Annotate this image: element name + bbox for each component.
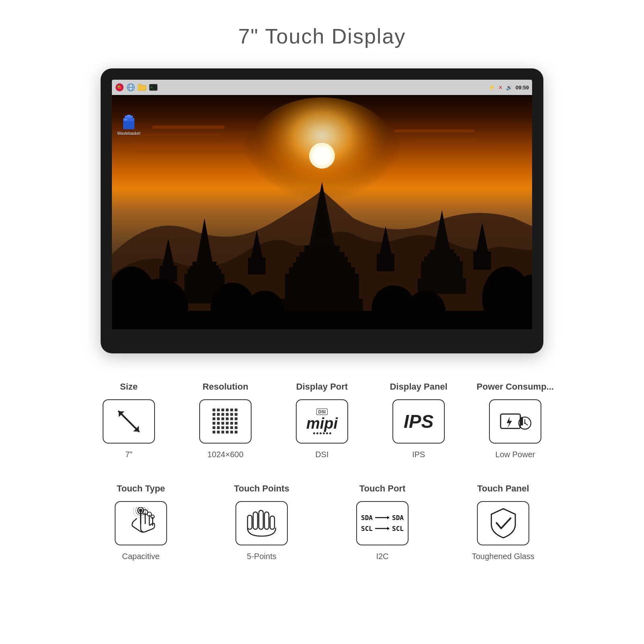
spec-resolution: Resolution // will render as SVG rects	[185, 382, 266, 459]
svg-marker-124	[387, 527, 390, 530]
svg-marker-122	[387, 516, 390, 519]
mipi-label: mipi	[306, 416, 338, 431]
raspberry-icon: 🍓	[115, 83, 124, 92]
spec-touch-port-title: Touch Port	[359, 483, 405, 494]
svg-rect-83	[235, 417, 237, 420]
sda-left-label: SDA	[361, 514, 373, 522]
page-title: 7" Touch Display	[238, 24, 406, 48]
svg-rect-117	[253, 512, 258, 529]
spec-touch-port-icon-box: SDA SDA SCL SCL	[356, 501, 409, 545]
svg-rect-91	[217, 426, 220, 429]
svg-rect-119	[264, 512, 269, 529]
svg-rect-99	[226, 431, 229, 433]
sda-right-label: SDA	[392, 514, 404, 522]
svg-rect-71	[235, 409, 237, 411]
svg-rect-101	[235, 431, 237, 433]
spec-touch-points-value: 5-Points	[247, 552, 276, 561]
svg-rect-14	[414, 140, 478, 142]
wastebasket-label: Wastebasket	[117, 131, 140, 136]
display-container: 🍓	[101, 68, 543, 353]
svg-rect-72	[213, 413, 215, 416]
svg-rect-120	[270, 516, 275, 529]
spec-touch-points-title: Touch Points	[234, 483, 289, 494]
spec-display-port-value: DSI	[315, 450, 328, 459]
svg-rect-25	[311, 242, 333, 246]
svg-marker-104	[507, 417, 512, 428]
svg-rect-116	[248, 515, 252, 529]
svg-text:🍓: 🍓	[117, 85, 122, 90]
svg-rect-66	[213, 409, 215, 411]
clock-display: 09:59	[516, 85, 529, 91]
svg-rect-87	[226, 422, 229, 425]
svg-rect-67	[217, 409, 220, 411]
svg-rect-77	[235, 413, 237, 416]
wastebasket-image	[121, 114, 137, 130]
svg-rect-100	[230, 431, 233, 433]
spec-display-panel-title: Display Panel	[390, 382, 447, 392]
monitor-screen: 🍓	[112, 80, 532, 329]
svg-rect-79	[217, 417, 220, 420]
svg-rect-42	[248, 258, 266, 275]
spec-size-icon-box	[103, 399, 155, 444]
svg-rect-70	[230, 409, 233, 411]
svg-rect-62	[124, 119, 127, 120]
svg-rect-74	[221, 413, 224, 416]
spec-size: Size 7"	[89, 382, 169, 459]
spec-resolution-icon-box: // will render as SVG rects	[199, 399, 252, 444]
spec-display-port-title: Display Port	[296, 382, 348, 392]
spec-touch-type: Touch Type	[101, 483, 181, 561]
svg-point-10	[312, 146, 332, 165]
spec-size-value: 7"	[125, 450, 132, 459]
svg-rect-13	[394, 130, 474, 132]
spec-display-port: Display Port DSI mipi DSI	[282, 382, 362, 459]
svg-rect-118	[259, 510, 263, 529]
svg-rect-19	[299, 252, 345, 258]
spec-power-title: Power Consump...	[477, 382, 554, 392]
spec-touch-port-value: I2C	[376, 552, 388, 561]
svg-rect-94	[230, 426, 233, 429]
spec-touch-type-icon-box	[115, 501, 167, 545]
svg-rect-78	[213, 417, 215, 420]
specs-row: Size 7" Resolution // will render as SVG…	[80, 382, 564, 459]
svg-rect-75	[226, 413, 229, 416]
svg-rect-97	[217, 431, 220, 433]
svg-line-63	[119, 411, 139, 431]
svg-rect-44	[377, 254, 394, 271]
monitor-frame: 🍓	[101, 68, 543, 353]
svg-rect-30	[188, 269, 221, 275]
svg-text:>_: >_	[151, 86, 155, 89]
svg-rect-23	[285, 274, 359, 302]
dsi-label: DSI	[316, 409, 328, 415]
svg-rect-57	[112, 311, 532, 329]
svg-rect-96	[213, 431, 215, 433]
svg-rect-22	[289, 267, 355, 275]
svg-rect-98	[221, 431, 224, 433]
svg-rect-68	[221, 409, 224, 411]
scl-left-label: SCL	[361, 525, 373, 533]
spec-touch-points-icon-box	[235, 501, 288, 545]
svg-rect-20	[296, 257, 348, 263]
taskbar-left: 🍓	[115, 83, 158, 92]
browser-icon	[126, 83, 135, 92]
svg-rect-37	[421, 261, 463, 281]
spec-display-port-icon-box: DSI mipi	[296, 399, 348, 444]
svg-rect-61	[127, 115, 130, 116]
ips-label: IPS	[404, 411, 433, 432]
spec-power-value: Low Power	[495, 450, 535, 459]
svg-rect-93	[226, 426, 229, 429]
mipi-dots	[313, 432, 331, 434]
svg-point-108	[524, 422, 526, 424]
spec-touch-panel-icon-box	[477, 501, 529, 545]
svg-rect-46	[473, 252, 491, 270]
spec-touch-panel-title: Touch Panel	[477, 483, 529, 494]
svg-rect-16	[386, 146, 498, 149]
terminal-icon: >_	[149, 83, 158, 92]
spec-touch-points: Touch Points	[221, 483, 302, 561]
taskbar-right: ⚡ ✕ 🔊 09:59	[488, 84, 529, 91]
spec-touch-panel-value: Toughened Glass	[472, 552, 535, 561]
svg-rect-12	[132, 134, 221, 136]
svg-rect-36	[424, 256, 460, 262]
spec-display-panel-value: IPS	[412, 450, 425, 459]
folder-icon	[138, 83, 147, 92]
touch-specs-row: Touch Type	[80, 483, 564, 561]
